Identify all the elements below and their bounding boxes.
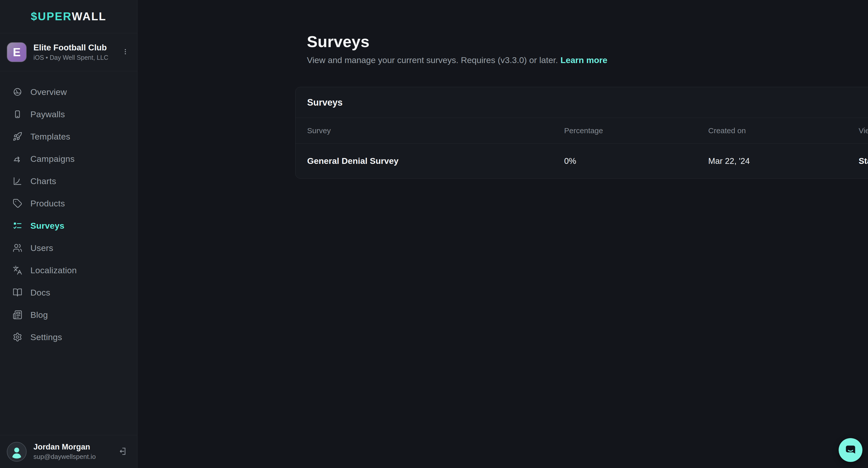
page-title: Surveys xyxy=(307,32,369,51)
sidebar-item-label: Surveys xyxy=(30,221,64,231)
sidebar-item-label: Localization xyxy=(30,266,77,275)
user-profile: Jordan Morgan sup@daywellspent.io xyxy=(0,435,137,468)
surveys-panel: Surveys + Add Survey SurveyPercentageCre… xyxy=(295,87,868,179)
sidebar-item-label: Overview xyxy=(30,87,67,97)
workspace-name: Elite Football Club xyxy=(33,43,108,53)
workspace-switcher[interactable]: E Elite Football Club iOS • Day Well Spe… xyxy=(0,33,137,71)
checklist-icon xyxy=(12,220,23,231)
sidebar-item-products[interactable]: Products xyxy=(0,192,137,215)
gauge-icon xyxy=(12,87,23,97)
chat-icon xyxy=(844,443,857,457)
page-subtitle: View and manage your current surveys. Re… xyxy=(307,55,608,65)
survey-created-on: Mar 22, '24 xyxy=(708,156,859,166)
sidebar-item-label: Users xyxy=(30,243,53,253)
sidebar-item-templates[interactable]: Templates xyxy=(0,125,137,148)
chat-launcher[interactable] xyxy=(839,438,862,462)
survey-actions: StatsEdit xyxy=(859,153,868,169)
translate-icon xyxy=(12,265,23,276)
column-header-2: Created on xyxy=(708,126,859,135)
sidebar-item-label: Docs xyxy=(30,288,51,298)
sidebar: $UPERWALL E Elite Football Club iOS • Da… xyxy=(0,0,137,468)
chart-icon xyxy=(12,176,23,186)
book-icon xyxy=(12,287,23,298)
brand-logo-accent: $UPER xyxy=(31,10,72,23)
stats-link[interactable]: Stats xyxy=(859,156,868,166)
user-email: sup@daywellspent.io xyxy=(33,453,96,461)
sidebar-item-overview[interactable]: Overview xyxy=(0,81,137,103)
sidebar-item-label: Templates xyxy=(30,132,70,142)
table-body: General Denial Survey0%Mar 22, '24StatsE… xyxy=(296,144,868,178)
sidebar-item-charts[interactable]: Charts xyxy=(0,170,137,192)
sidebar-item-localization[interactable]: Localization xyxy=(0,259,137,281)
sidebar-item-label: Blog xyxy=(30,310,48,320)
branch-icon xyxy=(12,153,23,164)
page-subtitle-text: View and manage your current surveys. Re… xyxy=(307,55,558,65)
user-avatar xyxy=(7,442,27,462)
sidebar-item-label: Campaigns xyxy=(30,154,75,164)
learn-more-link[interactable]: Learn more xyxy=(561,55,608,65)
column-header-1: Percentage xyxy=(564,126,708,135)
workspace-menu-icon[interactable] xyxy=(120,46,131,58)
sidebar-item-label: Products xyxy=(30,198,65,209)
users-icon xyxy=(12,243,23,253)
table-header: SurveyPercentageCreated onView & Edit xyxy=(296,118,868,144)
sidebar-item-campaigns[interactable]: Campaigns xyxy=(0,148,137,170)
survey-percentage: 0% xyxy=(564,156,708,166)
user-info: Jordan Morgan sup@daywellspent.io xyxy=(33,443,96,461)
sidebar-item-surveys[interactable]: Surveys xyxy=(0,215,137,237)
sidebar-item-label: Settings xyxy=(30,332,62,342)
panel-header: Surveys + Add Survey xyxy=(296,87,868,118)
sidebar-item-settings[interactable]: Settings xyxy=(0,326,137,348)
workspace-meta: iOS • Day Well Spent, LLC xyxy=(33,54,108,61)
newspaper-icon xyxy=(12,309,23,320)
sidebar-item-paywalls[interactable]: Paywalls xyxy=(0,103,137,125)
sidebar-item-docs[interactable]: Docs xyxy=(0,281,137,304)
sidebar-item-users[interactable]: Users xyxy=(0,237,137,259)
survey-name: General Denial Survey xyxy=(307,156,564,166)
column-header-0: Survey xyxy=(307,126,564,135)
column-header-3: View & Edit xyxy=(859,126,868,135)
logout-icon[interactable] xyxy=(116,445,128,458)
gear-icon xyxy=(12,332,23,342)
main-content: Surveys View and manage your current sur… xyxy=(137,0,868,468)
sidebar-nav: OverviewPaywallsTemplatesCampaignsCharts… xyxy=(0,71,137,348)
workspace-info: Elite Football Club iOS • Day Well Spent… xyxy=(33,43,108,62)
sidebar-item-label: Paywalls xyxy=(30,110,65,119)
brand-logo[interactable]: $UPERWALL xyxy=(0,0,137,33)
sidebar-item-blog[interactable]: Blog xyxy=(0,304,137,326)
panel-title: Surveys xyxy=(307,97,343,108)
rocket-icon xyxy=(12,131,23,142)
phone-icon xyxy=(12,109,23,120)
sidebar-item-label: Charts xyxy=(30,176,56,186)
tag-icon xyxy=(12,198,23,209)
workspace-avatar: E xyxy=(7,42,27,62)
user-name: Jordan Morgan xyxy=(33,443,96,451)
brand-logo-rest: WALL xyxy=(72,10,106,23)
table-row: General Denial Survey0%Mar 22, '24StatsE… xyxy=(296,144,868,178)
